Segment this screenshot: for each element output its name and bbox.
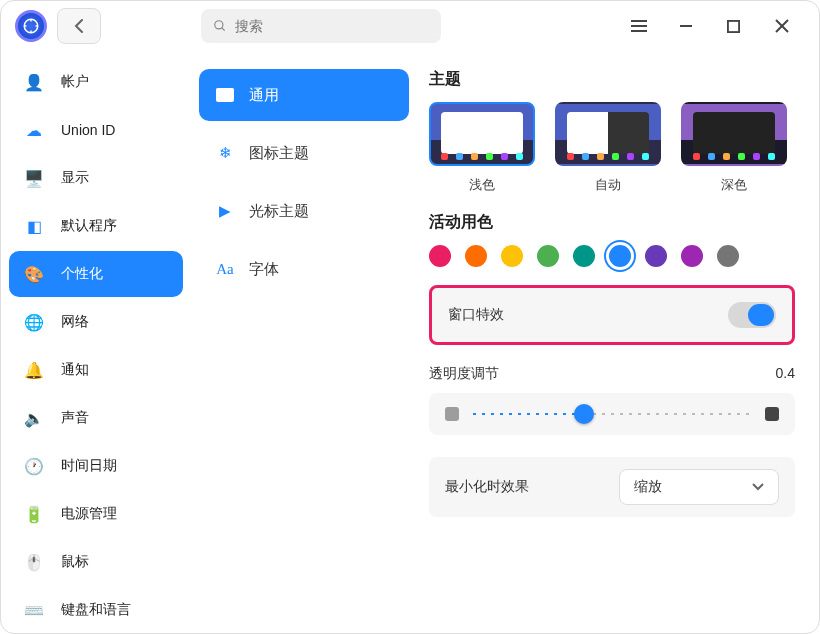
minimize-window-button[interactable]: [679, 19, 699, 33]
tab-font[interactable]: Aa 字体: [199, 243, 409, 295]
cursor-icon: ▶: [215, 201, 235, 221]
opacity-max-icon: [765, 407, 779, 421]
sidebar-item-power[interactable]: 🔋电源管理: [9, 491, 183, 537]
window-effect-toggle[interactable]: [728, 302, 776, 328]
snowflake-icon: ❄: [215, 143, 235, 163]
app-logo: [15, 10, 47, 42]
tab-cursor-theme[interactable]: ▶ 光标主题: [199, 185, 409, 237]
accent-color-row: [429, 245, 795, 267]
select-value: 缩放: [634, 478, 662, 496]
sidebar-item-label: 网络: [61, 313, 89, 331]
svg-rect-7: [728, 20, 739, 31]
user-icon: 👤: [21, 69, 47, 95]
cloud-icon: ☁: [21, 117, 47, 143]
sidebar-item-union-id[interactable]: ☁Union ID: [9, 107, 183, 153]
back-button[interactable]: [57, 8, 101, 44]
window-effect-label: 窗口特效: [448, 306, 504, 324]
globe-icon: 🌐: [21, 309, 47, 335]
sidebar-item-label: 鼠标: [61, 553, 89, 571]
search-icon: [213, 19, 227, 33]
opacity-value: 0.4: [776, 365, 795, 383]
sidebar-item-label: 时间日期: [61, 457, 117, 475]
keyboard-icon: ⌨️: [21, 597, 47, 623]
sidebar-item-sound[interactable]: 🔈声音: [9, 395, 183, 441]
accent-color-swatch[interactable]: [465, 245, 487, 267]
speaker-icon: 🔈: [21, 405, 47, 431]
sidebar-item-account[interactable]: 👤帐户: [9, 59, 183, 105]
accent-color-swatch[interactable]: [501, 245, 523, 267]
tab-label: 通用: [249, 86, 279, 105]
opacity-min-icon: [445, 407, 459, 421]
theme-option-light[interactable]: 浅色: [429, 102, 535, 194]
window-effect-row: 窗口特效: [429, 285, 795, 345]
window-icon: [215, 85, 235, 105]
accent-color-swatch[interactable]: [537, 245, 559, 267]
menu-button[interactable]: [631, 19, 651, 33]
sidebar-item-label: 通知: [61, 361, 89, 379]
sidebar-item-display[interactable]: 🖥️显示: [9, 155, 183, 201]
maximize-window-button[interactable]: [727, 20, 747, 33]
chevron-down-icon: [752, 483, 764, 491]
sub-nav: 通用 ❄ 图标主题 ▶ 光标主题 Aa 字体: [191, 51, 417, 633]
tab-icon-theme[interactable]: ❄ 图标主题: [199, 127, 409, 179]
bell-icon: 🔔: [21, 357, 47, 383]
accent-color-swatch[interactable]: [681, 245, 703, 267]
accent-color-swatch[interactable]: [717, 245, 739, 267]
accent-color-swatch[interactable]: [645, 245, 667, 267]
accent-color-swatch[interactable]: [573, 245, 595, 267]
mouse-icon: 🖱️: [21, 549, 47, 575]
theme-option-auto[interactable]: 自动: [555, 102, 661, 194]
sidebar-item-keyboard[interactable]: ⌨️键盘和语言: [9, 587, 183, 633]
sidebar-item-default-apps[interactable]: ◧默认程序: [9, 203, 183, 249]
accent-color-swatch[interactable]: [609, 245, 631, 267]
sidebar-item-notification[interactable]: 🔔通知: [9, 347, 183, 393]
apps-icon: ◧: [21, 213, 47, 239]
svg-line-2: [222, 28, 225, 31]
sidebar-item-label: Union ID: [61, 122, 115, 138]
search-input[interactable]: [235, 18, 429, 34]
theme-label: 浅色: [429, 176, 535, 194]
battery-icon: 🔋: [21, 501, 47, 527]
sidebar-item-label: 帐户: [61, 73, 89, 91]
accent-section-title: 活动用色: [429, 212, 795, 233]
svg-point-1: [215, 21, 223, 29]
theme-section-title: 主题: [429, 69, 795, 90]
minimize-effect-label: 最小化时效果: [445, 478, 529, 496]
sidebar: 👤帐户 ☁Union ID 🖥️显示 ◧默认程序 🎨个性化 🌐网络 🔔通知 🔈声…: [1, 51, 191, 633]
tab-label: 图标主题: [249, 144, 309, 163]
brush-icon: 🎨: [21, 261, 47, 287]
sidebar-item-label: 电源管理: [61, 505, 117, 523]
tab-label: 光标主题: [249, 202, 309, 221]
sidebar-item-label: 默认程序: [61, 217, 117, 235]
close-window-button[interactable]: [775, 19, 795, 33]
sidebar-item-personalization[interactable]: 🎨个性化: [9, 251, 183, 297]
theme-label: 自动: [555, 176, 661, 194]
clock-icon: 🕐: [21, 453, 47, 479]
content-pane: 主题 浅色 自动 深色 活动用色 窗口特效 透明度调节 0.4: [417, 51, 819, 633]
sidebar-item-datetime[interactable]: 🕐时间日期: [9, 443, 183, 489]
sidebar-item-label: 声音: [61, 409, 89, 427]
theme-label: 深色: [681, 176, 787, 194]
opacity-label: 透明度调节: [429, 365, 499, 383]
sidebar-item-network[interactable]: 🌐网络: [9, 299, 183, 345]
opacity-slider[interactable]: [473, 411, 751, 417]
monitor-icon: 🖥️: [21, 165, 47, 191]
minimize-effect-select[interactable]: 缩放: [619, 469, 779, 505]
sidebar-item-label: 显示: [61, 169, 89, 187]
tab-general[interactable]: 通用: [199, 69, 409, 121]
sidebar-item-label: 个性化: [61, 265, 103, 283]
sidebar-item-label: 键盘和语言: [61, 601, 131, 619]
search-box[interactable]: [201, 9, 441, 43]
opacity-slider-row: [429, 393, 795, 435]
svg-rect-11: [216, 88, 234, 92]
minimize-effect-row: 最小化时效果 缩放: [429, 457, 795, 517]
theme-option-dark[interactable]: 深色: [681, 102, 787, 194]
tab-label: 字体: [249, 260, 279, 279]
accent-color-swatch[interactable]: [429, 245, 451, 267]
font-icon: Aa: [215, 259, 235, 279]
sidebar-item-mouse[interactable]: 🖱️鼠标: [9, 539, 183, 585]
